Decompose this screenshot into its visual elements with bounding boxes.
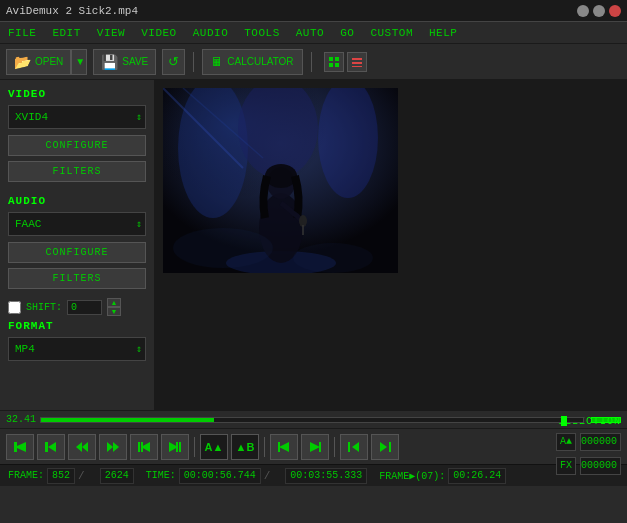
video-configure-button[interactable]: Configure xyxy=(8,135,146,156)
format-icons xyxy=(324,52,367,72)
prev-frame-button[interactable] xyxy=(37,434,65,460)
video-filters-button[interactable]: Filters xyxy=(8,161,146,182)
selection-b-label: Fx xyxy=(556,457,576,475)
timeline-end-marker xyxy=(561,416,567,426)
selection-b-value: 000000 xyxy=(580,457,621,475)
video-preview xyxy=(163,88,398,273)
frame-field: Frame: 852 / 2624 xyxy=(8,468,134,484)
rewind-start-button[interactable] xyxy=(6,434,34,460)
video-section-label: Video xyxy=(8,88,146,100)
svg-marker-23 xyxy=(48,442,56,452)
menu-bar: File EDIt View Video Audio Tools Auto Go… xyxy=(0,22,627,44)
minimize-button[interactable] xyxy=(577,5,589,17)
framepos-label: Frame▶(07): xyxy=(379,470,445,482)
menu-help[interactable]: Help xyxy=(425,25,461,41)
shift-input[interactable] xyxy=(67,300,102,315)
menu-go[interactable]: Go xyxy=(336,25,358,41)
shift-checkbox[interactable] xyxy=(8,301,21,314)
folder-icon: 📂 xyxy=(14,54,31,70)
mark-a-label: A▲ xyxy=(205,441,224,453)
menu-video[interactable]: Video xyxy=(137,25,181,41)
rewind-start-icon xyxy=(13,440,27,454)
go-end-icon xyxy=(168,440,182,454)
menu-custom[interactable]: Custom xyxy=(366,25,417,41)
svg-rect-6 xyxy=(352,66,362,67)
save-icon: 💾 xyxy=(101,54,118,70)
ctrl-divider-1 xyxy=(194,437,195,457)
shift-down-button[interactable]: ▼ xyxy=(107,307,121,316)
prev-mark-icon xyxy=(277,440,291,454)
audio-codec-select[interactable]: FAAC Copy None MP3 (LAME) xyxy=(8,212,146,236)
svg-marker-34 xyxy=(279,442,289,452)
svg-rect-32 xyxy=(179,442,181,452)
shift-label: Shift: xyxy=(26,302,62,313)
go-start-button[interactable] xyxy=(130,434,158,460)
calculator-label: Calculator xyxy=(227,56,293,67)
svg-point-16 xyxy=(265,164,297,188)
save-label: Save xyxy=(122,56,148,67)
svg-marker-41 xyxy=(380,442,387,452)
video-codec-select[interactable]: Xvid4 Copy None MPEG-4 AVC (x264) xyxy=(8,105,146,129)
svg-rect-40 xyxy=(389,442,391,452)
svg-marker-24 xyxy=(76,442,82,452)
next-mark-button[interactable] xyxy=(301,434,329,460)
go-a-icon xyxy=(347,440,361,454)
svg-marker-25 xyxy=(82,442,88,452)
mark-b-button[interactable]: ▲B xyxy=(231,434,259,460)
timeline-area: 32.41 xyxy=(0,410,627,428)
selection-b-row: Fx 000000 xyxy=(556,457,621,475)
svg-marker-36 xyxy=(310,442,320,452)
maximize-button[interactable] xyxy=(593,5,605,17)
menu-tools[interactable]: Tools xyxy=(240,25,284,41)
prev-mark-button[interactable] xyxy=(270,434,298,460)
close-button[interactable] xyxy=(609,5,621,17)
go-b-button[interactable] xyxy=(371,434,399,460)
svg-marker-39 xyxy=(352,442,359,452)
svg-rect-22 xyxy=(45,442,48,452)
left-panel: Video Xvid4 Copy None MPEG-4 AVC (x264) … xyxy=(0,80,155,410)
framepos-field: Frame▶(07): 00:26.24 xyxy=(379,468,506,484)
next-keyframe-button[interactable] xyxy=(99,434,127,460)
svg-rect-29 xyxy=(138,442,140,452)
total-frames-value: 2624 xyxy=(100,468,134,484)
open-dropdown-button[interactable]: ▼ xyxy=(71,49,87,75)
controls-bar: A▲ ▲B xyxy=(0,428,627,464)
menu-view[interactable]: View xyxy=(93,25,129,41)
time-value: 00:00:56.744 xyxy=(179,468,261,484)
save-button[interactable]: 💾 Save xyxy=(93,49,156,75)
menu-edit[interactable]: EDIt xyxy=(48,25,84,41)
audio-configure-button[interactable]: Configure xyxy=(8,242,146,263)
svg-rect-37 xyxy=(319,442,321,452)
window-title: AviDemux 2 Sick2.mp4 xyxy=(6,5,138,17)
menu-auto[interactable]: Auto xyxy=(292,25,328,41)
shift-up-button[interactable]: ▲ xyxy=(107,298,121,307)
go-end-button[interactable] xyxy=(161,434,189,460)
menu-file[interactable]: File xyxy=(4,25,40,41)
format-codec-select[interactable]: MP4 AVI MKV FLV xyxy=(8,337,146,361)
time-field: Time: 00:00:56.744 / 00:03:55.333 xyxy=(146,468,368,484)
main-content: Video Xvid4 Copy None MPEG-4 AVC (x264) … xyxy=(0,80,627,410)
calculator-button[interactable]: 🖩 Calculator xyxy=(202,49,302,75)
prev-frame-icon xyxy=(44,440,58,454)
timeline-track[interactable] xyxy=(40,417,584,423)
open-button[interactable]: 📂 Open xyxy=(6,49,71,75)
svg-rect-0 xyxy=(329,57,333,61)
svg-rect-2 xyxy=(329,63,333,67)
next-mark-icon xyxy=(308,440,322,454)
audio-section-label: Audio xyxy=(8,195,146,207)
selection-a-label: A▲ xyxy=(556,433,576,451)
mark-a-button[interactable]: A▲ xyxy=(200,434,228,460)
shift-row: Shift: ▲ ▼ xyxy=(8,298,146,316)
format-icon-1[interactable] xyxy=(324,52,344,72)
format-icon-2[interactable] xyxy=(347,52,367,72)
menu-audio[interactable]: Audio xyxy=(189,25,233,41)
go-b-icon xyxy=(378,440,392,454)
svg-point-19 xyxy=(173,228,273,268)
audio-codec-container: FAAC Copy None MP3 (LAME) ⇕ xyxy=(8,212,146,236)
audio-filters-button[interactable]: Filters xyxy=(8,268,146,289)
svg-rect-18 xyxy=(302,225,304,235)
prev-keyframe-button[interactable] xyxy=(68,434,96,460)
revert-button[interactable]: ↺ xyxy=(162,49,185,75)
ctrl-divider-3 xyxy=(334,437,335,457)
go-a-button[interactable] xyxy=(340,434,368,460)
